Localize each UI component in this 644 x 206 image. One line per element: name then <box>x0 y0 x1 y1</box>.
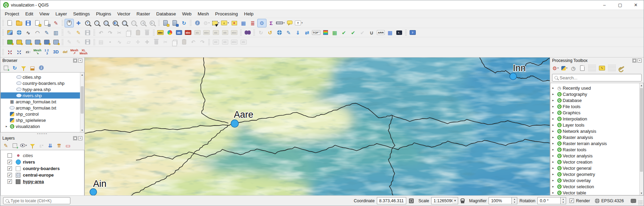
show-layout-manager-button[interactable] <box>42 19 51 27</box>
browser-item-arcmap_formulae.txt[interactable]: arcmap_formulae.txt <box>1 105 80 111</box>
search-binoculars-button[interactable] <box>243 28 252 37</box>
remove-layer-button[interactable]: ▭ <box>64 142 72 149</box>
mesh-digitize-button[interactable] <box>5 48 14 56</box>
redo-button[interactable]: ↷ <box>106 28 115 37</box>
dropdown-arrow-icon[interactable]: ▾ <box>42 144 43 147</box>
browser-item-visualization[interactable]: ▸Qvisualization <box>1 123 80 129</box>
copy-features-button[interactable] <box>124 28 133 37</box>
toolbar-grip[interactable] <box>158 20 160 26</box>
manage-themes-button[interactable]: ▾ <box>19 142 28 149</box>
label-tool-d-button[interactable]: ab <box>239 38 248 46</box>
spin-down-icon[interactable]: ▼ <box>512 201 517 204</box>
toolbox-group-vector-creation[interactable]: ▸QVector creation <box>550 159 639 165</box>
run-feature-action-button[interactable]: ⚙▾ <box>202 19 211 27</box>
toolbar-grip[interactable] <box>61 39 64 46</box>
new-gpx-layer-button[interactable]: ✱ <box>33 38 42 46</box>
minimize-button[interactable]: – <box>597 0 612 10</box>
expander-icon[interactable]: ▸ <box>550 142 556 145</box>
add-line-feature-button[interactable]: ∿ <box>115 38 124 46</box>
toolbox-history-button[interactable]: ◷ <box>569 64 577 72</box>
toolbox-group-raster-analysis[interactable]: ▸QRaster analysis <box>550 134 639 140</box>
expander-icon[interactable]: ▸ <box>550 172 556 176</box>
toolbox-close-button[interactable]: × <box>638 59 642 63</box>
toolbar-grip[interactable] <box>253 29 255 36</box>
select-features-button[interactable]: ▾ <box>211 19 220 27</box>
show-bookmarks-button[interactable] <box>170 19 179 27</box>
dropdown-arrow-icon[interactable]: ▾ <box>228 22 229 24</box>
mesh-xl-button[interactable]: XL Mesh <box>79 48 88 56</box>
expander-icon[interactable]: ▸ <box>550 148 556 151</box>
metasearch-catalog-button[interactable] <box>14 28 24 37</box>
new-mesh-layer-button[interactable]: ✱ <box>42 38 51 46</box>
mesh-from-layer-button[interactable]: Mesh ↘ <box>33 48 42 56</box>
browser-add-layers-button[interactable] <box>2 64 10 72</box>
toolbar-grip[interactable] <box>190 20 192 26</box>
filter-legend-button[interactable] <box>28 142 37 149</box>
cut-features-button[interactable]: ✂ <box>115 28 124 37</box>
open-data-source-manager-button[interactable] <box>5 28 14 37</box>
toolbox-group-file-tools[interactable]: ▸QFile tools <box>550 103 639 110</box>
expander-icon[interactable]: ▸ <box>550 185 556 188</box>
browser-collapse-button[interactable]: ⬓ <box>28 64 37 72</box>
attribute-table-blue-button[interactable]: ▦ <box>385 28 395 37</box>
toolbox-group-recently-used[interactable]: ▸◷Recently used <box>550 85 639 91</box>
toolbar-grip[interactable] <box>608 64 616 72</box>
layer-row-cities[interactable]: cities <box>1 152 84 159</box>
save-project-button[interactable] <box>24 19 33 27</box>
open-attribute-table-button[interactable]: ▦ <box>239 19 248 27</box>
layers-close-button[interactable]: × <box>78 136 82 140</box>
rotate-label-button[interactable]: ab <box>220 28 230 37</box>
map-tips-button[interactable] <box>285 19 294 27</box>
toolbox-results-viewer-button[interactable] <box>578 64 586 72</box>
globe-plugin-button[interactable] <box>275 28 284 37</box>
toolbox-float-button[interactable] <box>632 59 636 63</box>
toolbar-grip[interactable] <box>2 49 4 55</box>
new-geopackage-layer-button[interactable]: ✱ <box>5 38 14 46</box>
scale-combo[interactable]: 1:1265090 ▼ <box>431 197 458 204</box>
dropdown-arrow-icon[interactable]: ▾ <box>283 22 285 24</box>
layer-labeling-button[interactable]: abc <box>156 28 165 37</box>
browser-scrollbar[interactable]: ▲ ▼ <box>80 73 84 132</box>
toolbox-group-vector-selection[interactable]: ▸QVector selection <box>550 183 639 190</box>
toolbox-algorithms-button[interactable]: ⚙▾ <box>551 64 560 72</box>
menu-mesh[interactable]: Mesh <box>195 10 212 17</box>
label-tool-a-button[interactable]: ab <box>211 38 220 46</box>
current-edits-button[interactable]: ✎ <box>65 28 74 37</box>
magnifier-value[interactable]: 100% <box>489 197 512 204</box>
expander-icon[interactable]: ▸ <box>550 86 556 90</box>
save-edits-button[interactable] <box>83 38 92 46</box>
dropdown-arrow-icon[interactable]: ▾ <box>557 67 559 69</box>
browser-item-shp_spielwiese[interactable]: shp_spielwiese <box>1 117 80 123</box>
new-spatialite-layer-button[interactable]: ✱ <box>24 38 33 46</box>
expander-icon[interactable]: ▸ <box>550 179 556 182</box>
dropdown-arrow-icon[interactable]: ▾ <box>301 22 303 24</box>
layer-visibility-checkbox[interactable]: ✓ <box>8 179 12 184</box>
toolbox-group-layer-tools[interactable]: ▸QLayer tools <box>550 122 639 128</box>
change-label-button[interactable]: abc <box>230 28 239 37</box>
scroll-down-icon[interactable]: ▼ <box>640 191 643 195</box>
arr-plugin-button[interactable]: ARR <box>376 28 385 37</box>
browser-tree[interactable]: cities.shpcountry-boarders.shphypy-area.… <box>0 72 84 132</box>
zoom-last-button[interactable]: ◀ <box>138 19 148 27</box>
vertex-edit-button[interactable]: ✛ <box>133 38 142 46</box>
crs-value[interactable]: EPSG:4326 <box>601 198 624 203</box>
add-polygon-feature-button[interactable]: ▱ <box>124 38 133 46</box>
zoom-next-button[interactable]: ▶ <box>148 19 157 27</box>
delete-selected-button[interactable] <box>142 28 152 37</box>
panel-splitter[interactable]: •••••• <box>0 132 84 135</box>
expander-icon[interactable]: ▸ <box>550 99 556 102</box>
copy-edit-button[interactable] <box>170 38 179 46</box>
toolbar-grip[interactable] <box>61 20 64 26</box>
spin-up-icon[interactable]: ▲ <box>561 197 566 201</box>
toolbar-grip[interactable] <box>588 64 596 72</box>
measure-button[interactable]: ▾ <box>276 19 285 27</box>
expander-icon[interactable]: ▸ <box>550 105 556 108</box>
spin-up-icon[interactable]: ▲ <box>512 197 517 201</box>
check-topology-button[interactable]: ✔ <box>348 28 358 37</box>
menu-processing[interactable]: Processing <box>212 10 241 17</box>
rotation-value[interactable]: 0.0 ° <box>537 197 561 204</box>
toolbox-edit-features-button[interactable]: ✎ <box>598 64 606 72</box>
snapping-magnet-button[interactable]: ∪ <box>367 28 376 37</box>
expander-icon[interactable]: ▸ <box>550 123 556 127</box>
menu-web[interactable]: Web <box>179 10 195 17</box>
